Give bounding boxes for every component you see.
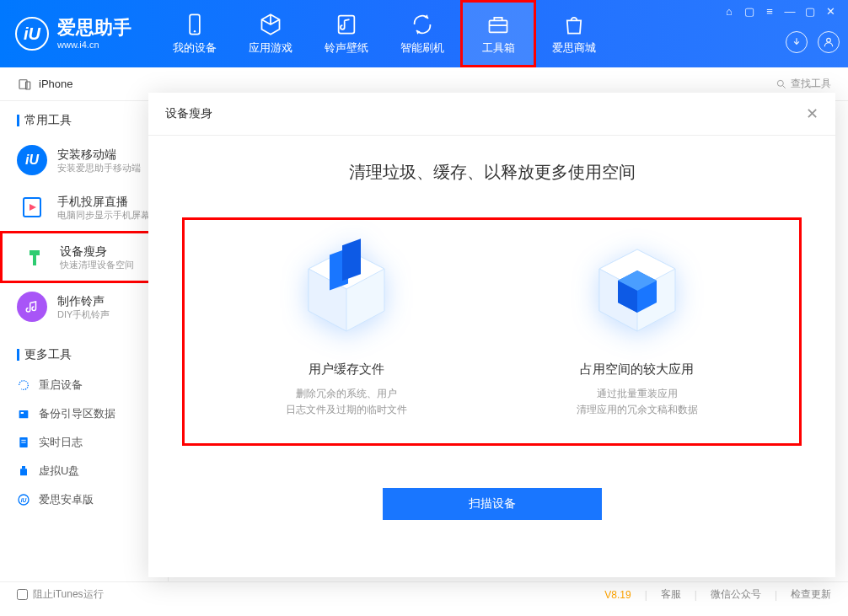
close-button[interactable]: ✕ (824, 5, 836, 17)
tab-label: 铃声壁纸 (325, 40, 368, 56)
logo-subtitle: www.i4.cn (57, 40, 131, 51)
svg-point-1 (194, 30, 196, 32)
apps-cube-icon (582, 237, 692, 346)
sidebar-item-label: 手机投屏直播 (57, 194, 150, 209)
install-icon: iU (17, 145, 47, 175)
tab-ringtone-wallpaper[interactable]: 铃声壁纸 (309, 0, 384, 67)
logo-area: iU 爱思助手 www.i4.cn (15, 17, 131, 51)
menu-icon[interactable]: ≡ (764, 5, 776, 17)
download-icon (791, 36, 802, 48)
scan-device-button[interactable]: 扫描设备 (383, 488, 602, 520)
svg-rect-17 (342, 238, 361, 281)
cube-icon (259, 13, 282, 36)
user-icon (823, 36, 835, 48)
backup-icon (17, 407, 30, 420)
wechat-link[interactable]: 微信公众号 (711, 587, 761, 602)
footer: 阻止iTunes运行 V8.19 | 客服 | 微信公众号 | 检查更新 (0, 581, 848, 607)
tab-toolbox[interactable]: 工具箱 (460, 0, 536, 67)
svg-point-7 (777, 80, 783, 86)
user-button[interactable] (818, 31, 840, 53)
download-button[interactable] (786, 31, 808, 53)
search-icon (776, 78, 787, 90)
svg-rect-2 (339, 15, 355, 33)
sidebar-item-label: 爱思安卓版 (39, 492, 94, 507)
sidebar-item-label: 制作铃声 (57, 293, 110, 308)
close-icon[interactable]: ✕ (806, 104, 818, 123)
sidebar-item-label: 虚拟U盘 (39, 463, 79, 479)
android-icon: iU (17, 493, 30, 506)
svg-text:iU: iU (21, 497, 27, 503)
section-more-tools: 更多工具 (0, 347, 168, 371)
support-link[interactable]: 客服 (661, 587, 681, 602)
music-icon (335, 13, 358, 36)
search-tools[interactable]: 查找工具 (776, 77, 831, 91)
tab-label: 工具箱 (482, 40, 515, 56)
svg-rect-10 (21, 412, 24, 414)
sidebar-item-make-ringtone[interactable]: 制作铃声DIY手机铃声 (0, 283, 168, 330)
option-title: 占用空间的较大应用 (536, 362, 738, 378)
device-tab[interactable]: iPhone (17, 77, 72, 92)
ringtone-icon (17, 292, 47, 322)
sidebar: 常用工具 iU 安装移动端安装爱思助手移动端 手机投屏直播电脑同步显示手机屏幕 … (0, 101, 169, 581)
sidebar-item-virtual-usb[interactable]: 虚拟U盘 (0, 457, 168, 485)
logo-title: 爱思助手 (57, 17, 131, 39)
device-slim-dialog: 设备瘦身 ✕ 清理垃圾、缓存、以释放更多使用空间 用户缓存文件 删除冗余的系统、… (148, 93, 835, 577)
tab-label: 应用游戏 (249, 40, 293, 56)
device-name: iPhone (39, 78, 72, 90)
refresh-icon (411, 13, 434, 36)
svg-rect-6 (26, 82, 30, 89)
toolbox-icon (486, 13, 510, 36)
tab-label: 智能刷机 (400, 40, 444, 56)
app-header: iU 爱思助手 www.i4.cn 我的设备 应用游戏 铃声壁纸 智能刷机 工具… (0, 0, 848, 67)
log-icon (17, 436, 30, 449)
sidebar-item-realtime-log[interactable]: 实时日志 (0, 428, 168, 457)
tab-smart-flash[interactable]: 智能刷机 (384, 0, 460, 67)
sidebar-item-restart[interactable]: 重启设备 (0, 371, 168, 399)
tab-apps-games[interactable]: 应用游戏 (233, 0, 309, 67)
sidebar-item-label: 备份引导区数据 (39, 406, 115, 421)
svg-rect-13 (22, 466, 25, 469)
device-icon (183, 13, 207, 36)
bag-icon (562, 13, 586, 36)
option-title: 用户缓存文件 (245, 362, 448, 378)
version-label: V8.19 (604, 589, 631, 601)
sidebar-item-label: 安装移动端 (57, 147, 141, 162)
slim-icon (19, 242, 50, 272)
nav-tabs: 我的设备 应用游戏 铃声壁纸 智能刷机 工具箱 爱思商城 (157, 0, 612, 67)
tab-my-device[interactable]: 我的设备 (157, 0, 233, 67)
search-placeholder: 查找工具 (791, 77, 831, 91)
dialog-heading: 清理垃圾、缓存、以释放更多使用空间 (182, 161, 802, 184)
svg-rect-12 (20, 469, 27, 475)
sidebar-item-install-mobile[interactable]: iU 安装移动端安装爱思助手移动端 (0, 137, 168, 184)
sidebar-item-label: 重启设备 (39, 378, 83, 393)
logo-icon: iU (15, 17, 49, 51)
dialog-title: 设备瘦身 (165, 106, 212, 121)
tab-label: 爱思商城 (552, 40, 596, 56)
sidebar-item-label: 实时日志 (39, 435, 83, 450)
phone-icon[interactable]: ▢ (743, 5, 755, 17)
svg-rect-3 (490, 20, 507, 32)
screen-icon (17, 192, 47, 222)
cache-cube-icon (292, 237, 401, 346)
update-link[interactable]: 检查更新 (791, 587, 831, 602)
minimize-button[interactable]: — (784, 5, 796, 17)
sidebar-item-screen-mirror[interactable]: 手机投屏直播电脑同步显示手机屏幕 (0, 184, 168, 231)
option-large-apps[interactable]: 占用空间的较大应用 通过批量重装应用 清理应用的冗余文稿和数据 (536, 237, 738, 418)
usb-icon (17, 464, 30, 478)
tab-store[interactable]: 爱思商城 (536, 0, 612, 67)
shirt-icon[interactable]: ⌂ (723, 5, 735, 17)
block-itunes-checkbox[interactable]: 阻止iTunes运行 (17, 587, 104, 602)
iphone-icon (17, 77, 32, 92)
sidebar-item-label: 设备瘦身 (60, 244, 134, 259)
restart-icon (17, 378, 30, 392)
section-common-tools: 常用工具 (0, 113, 168, 137)
sidebar-item-android[interactable]: iU 爱思安卓版 (0, 485, 168, 514)
options-container: 用户缓存文件 删除冗余的系统、用户 日志文件及过期的临时文件 (182, 217, 802, 446)
maximize-button[interactable]: ▢ (804, 5, 816, 17)
sidebar-item-device-slim[interactable]: 设备瘦身快速清理设备空间 (0, 231, 168, 283)
sidebar-item-backup-boot[interactable]: 备份引导区数据 (0, 399, 168, 428)
option-user-cache[interactable]: 用户缓存文件 删除冗余的系统、用户 日志文件及过期的临时文件 (245, 237, 448, 418)
svg-rect-9 (19, 410, 29, 418)
svg-point-4 (827, 38, 831, 42)
tab-label: 我的设备 (173, 40, 217, 56)
